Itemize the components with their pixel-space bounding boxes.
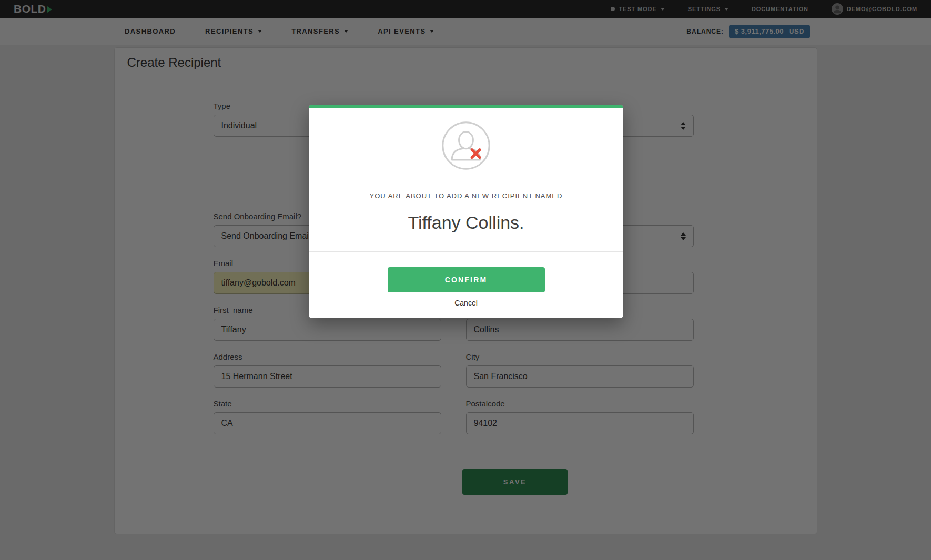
recipient-name: Tiffany Collins. <box>309 212 623 233</box>
modal-accent-bar <box>309 105 623 108</box>
modal-divider <box>309 251 623 252</box>
confirm-button[interactable]: CONFIRM <box>388 267 545 292</box>
app-viewport: BOLD TEST MODE SETTINGS DOCUMENTATION DE… <box>0 0 931 560</box>
new-recipient-person-icon <box>439 118 493 173</box>
cancel-link[interactable]: Cancel <box>454 299 478 307</box>
confirm-recipient-modal: YOU ARE ABOUT TO ADD A NEW RECIPIENT NAM… <box>309 105 623 318</box>
modal-heading: YOU ARE ABOUT TO ADD A NEW RECIPIENT NAM… <box>309 192 623 200</box>
